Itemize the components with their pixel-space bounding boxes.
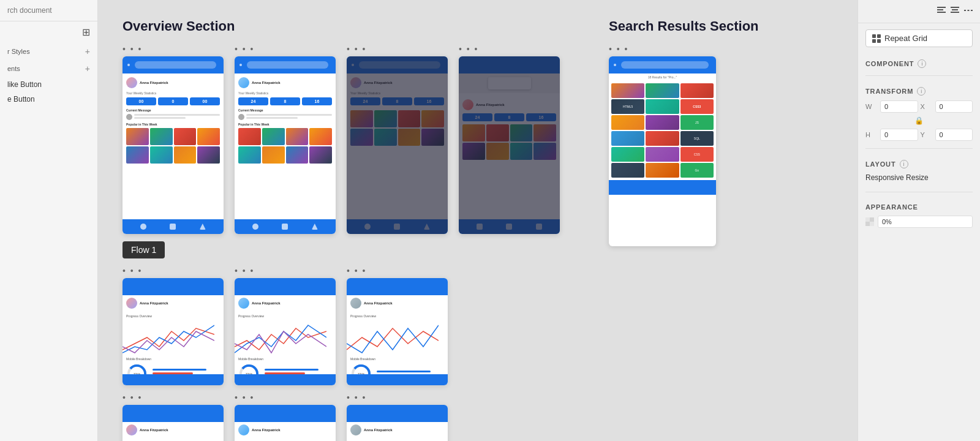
h-input[interactable] (880, 129, 918, 141)
artboard-dots-2: • • • (235, 44, 336, 54)
repeat-grid-button[interactable]: Repeat Grid (865, 29, 973, 47)
sidebar-item-like-button[interactable]: like Button (0, 77, 97, 92)
add-element-button[interactable]: + (85, 64, 90, 74)
y-label: Y (921, 131, 933, 138)
grid-view-button[interactable]: ⊞ (82, 26, 90, 38)
progress-artboard-2[interactable]: Anna Fitzpatrick Progress Overview Mobil… (235, 278, 336, 385)
left-panel: ▾ ⊞ r Styles + ents + like Button e Butt… (0, 0, 98, 441)
layout-label: LAYOUT (865, 160, 896, 168)
search-artboard-group: • • • 18 Results for "Pro..." HTML5 CSS3… (609, 44, 759, 246)
progress-group-4: • • • Anna Fitzpatrick (123, 393, 224, 441)
progress-dots-2: • • • (235, 266, 336, 276)
component-info-icon[interactable]: i (918, 59, 926, 68)
opacity-row (858, 213, 980, 230)
svg-rect-17 (971, 10, 973, 11)
artboard-dots-3: • • • (347, 44, 448, 54)
align-left-button[interactable] (937, 6, 946, 17)
transform-w-x-row: W X (858, 98, 980, 115)
overview-section: Overview Section • • • Anna Fitzpatrick … (123, 18, 560, 441)
search-results-section: Search Results Section • • • 18 Results … (609, 18, 759, 441)
svg-rect-16 (968, 10, 970, 11)
lock-icon[interactable]: 🔒 (914, 116, 924, 125)
svg-rect-14 (951, 12, 959, 13)
transform-h-y-row: H Y (858, 126, 980, 143)
layout-section-header: LAYOUT i (858, 154, 980, 171)
transform-section-header: TRANSFORM i (858, 81, 980, 98)
progress-dots-3: • • • (347, 266, 448, 276)
divider-3 (865, 192, 973, 192)
align-center-button[interactable] (951, 6, 959, 17)
flow-label: Flow 1 (123, 241, 165, 258)
w-input[interactable] (880, 100, 918, 113)
opacity-input[interactable] (878, 216, 973, 228)
artboard-thumb-1[interactable]: Anna Fitzpatrick Your Weekly Statistics … (123, 56, 224, 234)
progress-dots-6: • • • (347, 393, 448, 402)
sections-wrapper: Overview Section • • • Anna Fitzpatrick … (123, 18, 833, 441)
progress-dots-5: • • • (235, 393, 336, 402)
progress-group-1: • • • Anna Fitzpatrick Progress Overview (123, 266, 224, 385)
search-document-input[interactable] (7, 6, 99, 15)
add-layer-style-button[interactable]: + (85, 47, 90, 56)
artboard-group-3: • • • Anna Fitzpatrick Your Weekly Stati… (347, 44, 448, 234)
artboard-group-1: • • • Anna Fitzpatrick Your Weekly Stati… (123, 44, 224, 234)
svg-rect-10 (937, 9, 943, 10)
elements-label: ents (7, 65, 20, 72)
x-input[interactable] (935, 100, 973, 113)
responsive-resize-label: Responsive Resize (858, 171, 980, 187)
search-artboard-dots: • • • (609, 44, 759, 54)
svg-rect-22 (865, 217, 874, 226)
progress-dots-4: • • • (123, 393, 224, 402)
view-toggle: ⊞ (0, 21, 97, 43)
progress-artboard-3[interactable]: Anna Fitzpatrick Progress Overview Mobil… (347, 278, 448, 385)
progress-group-3: • • • Anna Fitzpatrick Progress Overview (347, 266, 448, 385)
artboard-thumb-4[interactable]: Anna Fitzpatrick 24 8 16 (459, 56, 560, 234)
progress-group-2: • • • Anna Fitzpatrick Progress Overview (235, 266, 336, 385)
progress-artboard-1[interactable]: Anna Fitzpatrick Progress Overview Mobil… (123, 278, 224, 385)
search-results-title: Search Results Section (609, 18, 759, 34)
artboard-group-4: • • • Anna Fitzpatrick 24 (459, 44, 560, 234)
search-doc-bar[interactable]: ▾ (0, 0, 97, 21)
transform-info-icon[interactable]: i (917, 87, 925, 96)
layer-styles-section: r Styles + (0, 43, 97, 60)
overview-artboard-row-1: • • • Anna Fitzpatrick Your Weekly Stati… (123, 44, 560, 234)
repeat-grid-icon (872, 34, 881, 43)
layer-styles-label: r Styles (7, 48, 30, 55)
overview-section-title: Overview Section (123, 18, 560, 34)
repeat-grid-label: Repeat Grid (884, 34, 927, 43)
progress-artboard-4[interactable]: Anna Fitzpatrick (123, 405, 224, 441)
artboard-dots-1: • • • (123, 44, 224, 54)
artboard-thumb-3[interactable]: Anna Fitzpatrick Your Weekly Statistics … (347, 56, 448, 234)
x-label: X (921, 103, 933, 110)
right-panel: Repeat Grid COMPONENT i TRANSFORM i W X … (858, 0, 980, 441)
y-input[interactable] (935, 129, 973, 141)
more-options-button[interactable] (964, 6, 973, 17)
progress-row-2: • • • Anna Fitzpatrick (123, 393, 560, 441)
elements-section: ents + (0, 60, 97, 77)
component-label: COMPONENT (865, 60, 914, 67)
component-section-header: COMPONENT i (858, 53, 980, 70)
progress-group-6: • • • Anna Fitzpatrick (347, 393, 448, 441)
svg-rect-15 (964, 10, 966, 11)
svg-rect-9 (937, 7, 946, 8)
sidebar-item-e-button[interactable]: e Button (0, 92, 97, 107)
svg-rect-13 (952, 9, 958, 10)
w-label: W (865, 103, 878, 110)
transform-label: TRANSFORM (865, 88, 913, 95)
appearance-section-header: APPEARANCE (858, 197, 980, 213)
layout-info-icon[interactable]: i (900, 160, 908, 168)
progress-artboard-5[interactable]: Anna Fitzpatrick (235, 405, 336, 441)
divider-1 (865, 75, 973, 76)
progress-artboard-6[interactable]: Anna Fitzpatrick (347, 405, 448, 441)
artboard-thumb-2[interactable]: Anna Fitzpatrick Your Weekly Statistics … (235, 56, 336, 234)
svg-rect-11 (937, 12, 946, 13)
opacity-icon (865, 217, 874, 226)
search-artboard[interactable]: 18 Results for "Pro..." HTML5 CSS3 JS (609, 56, 716, 246)
h-label: H (865, 131, 878, 138)
progress-group-5: • • • Anna Fitzpatrick (235, 393, 336, 441)
progress-dots-1: • • • (123, 266, 224, 276)
right-panel-top-icons (858, 0, 980, 23)
artboard-group-2: • • • Anna Fitzpatrick Your Weekly Stati… (235, 44, 336, 234)
main-canvas: Overview Section • • • Anna Fitzpatrick … (98, 0, 858, 441)
svg-rect-12 (951, 7, 959, 8)
artboard-dots-4: • • • (459, 44, 560, 54)
